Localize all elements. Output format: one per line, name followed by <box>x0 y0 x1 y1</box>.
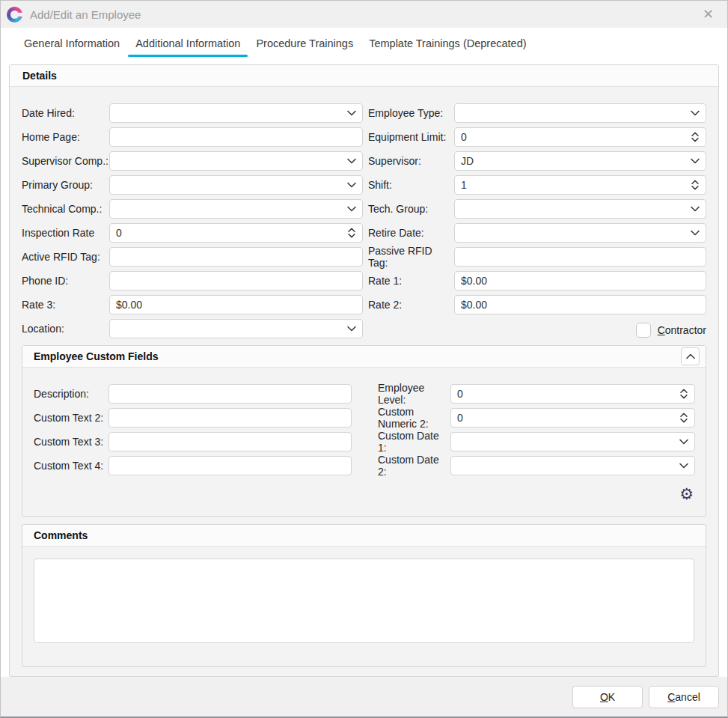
rate2-input <box>454 295 706 314</box>
chevron-up-icon <box>686 353 695 359</box>
tech-group-select[interactable] <box>454 199 706 219</box>
rate3-field[interactable] <box>110 296 362 314</box>
equipment-limit-label: Equipment Limit: <box>368 131 454 143</box>
custom-numeric2-field[interactable] <box>451 409 694 427</box>
spinner-updown-icon[interactable] <box>679 388 688 400</box>
form-row: Primary Group: Shift: <box>22 175 706 195</box>
chevron-down-icon <box>347 206 356 212</box>
chevron-down-icon <box>347 182 356 188</box>
equipment-limit-field[interactable] <box>455 128 706 146</box>
form-row: Home Page: Equipment Limit: <box>22 127 706 147</box>
chevron-down-icon <box>679 439 688 445</box>
rate1-field[interactable] <box>455 272 706 290</box>
spinner-updown-icon[interactable] <box>347 227 356 239</box>
form-row: Technical Comp.: Tech. Group: <box>22 199 706 219</box>
custom-text4-field[interactable] <box>109 457 351 475</box>
rate2-field[interactable] <box>455 296 706 314</box>
retire-date-label: Retire Date: <box>368 227 454 239</box>
custom-date2-select[interactable] <box>450 456 695 475</box>
tab-content: Details Date Hired: Employee Type: <box>1 59 727 677</box>
location-select[interactable] <box>109 319 363 338</box>
form-row: Date Hired: Employee Type: <box>22 103 706 123</box>
custom-text4-label: Custom Text 4: <box>34 460 108 472</box>
tab-additional-information[interactable]: Additional Information <box>128 28 248 59</box>
inspection-rate-field[interactable] <box>110 224 362 242</box>
close-icon[interactable]: ✕ <box>698 6 718 22</box>
ok-button[interactable]: OK <box>572 686 643 708</box>
passive-rfid-tag-field[interactable] <box>455 248 706 266</box>
home-page-field[interactable] <box>110 128 362 146</box>
passive-rfid-tag-label: Passive RFID Tag: <box>368 245 454 269</box>
custom-date2-label: Custom Date 2: <box>378 454 450 478</box>
custom-date1-select[interactable] <box>450 432 695 451</box>
date-hired-label: Date Hired: <box>22 107 109 119</box>
custom-text2-field[interactable] <box>109 409 351 427</box>
custom-text3-field[interactable] <box>109 433 351 451</box>
tab-procedure-trainings[interactable]: Procedure Trainings <box>248 28 361 59</box>
custom-numeric2-spinner <box>450 408 695 428</box>
contractor-label: Contractor <box>658 324 706 336</box>
custom-date1-label: Custom Date 1: <box>378 430 450 454</box>
title-bar: Add/Edit an Employee ✕ <box>1 1 727 28</box>
employee-type-select[interactable] <box>454 103 706 123</box>
employee-custom-fields-header: Employee Custom Fields <box>22 346 706 368</box>
comments-title: Comments <box>34 529 700 541</box>
passive-rfid-tag-input <box>454 247 706 267</box>
description-label: Description: <box>34 388 108 400</box>
chevron-down-icon <box>691 158 700 164</box>
form-row: Custom Text 4: Custom Date 2: <box>34 456 695 475</box>
custom-text2-label: Custom Text 2: <box>34 412 108 424</box>
collapse-button[interactable] <box>681 347 700 365</box>
phone-id-field[interactable] <box>110 272 362 290</box>
custom-text2-input <box>108 408 352 428</box>
chevron-down-icon <box>691 206 700 212</box>
custom-numeric2-label: Custom Numeric 2: <box>378 406 450 430</box>
active-rfid-tag-field[interactable] <box>110 248 362 266</box>
employee-type-label: Employee Type: <box>368 107 454 119</box>
window-title: Add/Edit an Employee <box>30 8 698 21</box>
chevron-down-icon <box>691 230 700 236</box>
description-field[interactable] <box>109 385 351 403</box>
form-row: Phone ID: Rate 1: <box>22 271 706 290</box>
tab-template-trainings-deprecated[interactable]: Template Trainings (Deprecated) <box>361 28 533 59</box>
tab-bar: General Information Additional Informati… <box>1 28 727 59</box>
chevron-down-icon <box>347 326 356 332</box>
comments-panel: Comments <box>22 524 706 667</box>
add-edit-employee-dialog: Add/Edit an Employee ✕ General Informati… <box>0 0 728 718</box>
form-row: Custom Text 2: Custom Numeric 2: <box>34 408 695 428</box>
shift-label: Shift: <box>368 179 454 191</box>
active-rfid-tag-label: Active RFID Tag: <box>22 251 109 263</box>
contractor-checkbox[interactable] <box>636 323 651 338</box>
chevron-down-icon <box>347 158 356 164</box>
rate1-label: Rate 1: <box>368 275 454 287</box>
spinner-updown-icon[interactable] <box>691 179 700 191</box>
employee-level-field[interactable] <box>451 385 694 403</box>
gear-icon[interactable]: ⚙ <box>679 486 694 502</box>
custom-text3-input <box>108 432 352 451</box>
shift-spinner <box>454 175 706 195</box>
supervisor-select[interactable]: JD <box>454 151 706 171</box>
contractor-row: Contractor <box>368 320 706 340</box>
shift-field[interactable] <box>455 176 706 194</box>
date-hired-select[interactable] <box>109 103 363 123</box>
tab-general-information[interactable]: General Information <box>16 28 127 59</box>
spinner-updown-icon[interactable] <box>691 131 700 143</box>
supervisor-comp-select[interactable] <box>109 151 363 171</box>
technical-comp-select[interactable] <box>109 199 363 219</box>
comments-textarea[interactable] <box>34 559 694 643</box>
cancel-button[interactable]: Cancel <box>649 686 719 708</box>
rate2-label: Rate 2: <box>368 299 454 311</box>
spinner-updown-icon[interactable] <box>679 412 688 424</box>
tech-group-label: Tech. Group: <box>368 203 454 215</box>
location-label: Location: <box>22 323 109 335</box>
app-logo-icon <box>7 7 22 22</box>
phone-id-input <box>109 271 363 290</box>
primary-group-select[interactable] <box>109 175 363 195</box>
gear-row: ⚙ <box>34 480 695 508</box>
details-body: Date Hired: Employee Type: <box>10 87 718 676</box>
employee-level-spinner <box>450 384 695 404</box>
inspection-rate-label: Inspection Rate <box>22 227 109 239</box>
custom-text3-label: Custom Text 3: <box>34 436 108 448</box>
chevron-down-icon <box>679 463 688 469</box>
retire-date-select[interactable] <box>454 223 706 243</box>
